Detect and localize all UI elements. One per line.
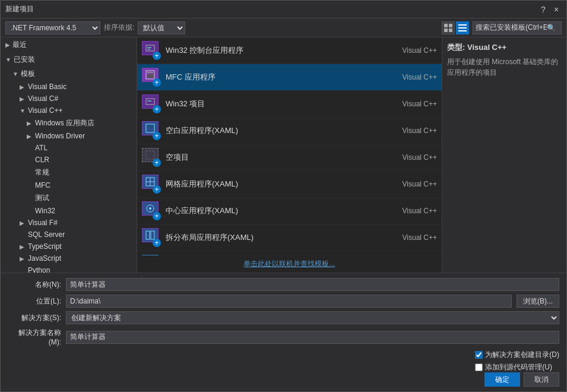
search-box: 🔍 [473,21,562,34]
close-button[interactable]: × [551,4,562,15]
tree-visual-fsharp[interactable]: ▶ Visual F# [1,217,137,229]
list-view-button[interactable] [456,21,469,34]
template-item[interactable]: + Win32 控制台应用程序 Visual C++ [137,37,442,64]
template-icon-win32console: + [142,41,161,60]
solution-row: 解决方案(S): 创建新解决方案 [8,311,559,324]
name-row: 名称(N): [8,278,559,291]
ok-button[interactable]: 确定 [484,372,520,387]
solution-name-row: 解决方案名称(M): [8,328,559,346]
template-name-hub-xaml: 中心应用程序(XAML) [166,206,385,216]
solution-name-input[interactable] [66,331,559,344]
visual-fsharp-label: Visual F# [28,219,58,227]
tree-templates[interactable]: ▼ 模板 [1,67,137,81]
visual-cpp-label: Visual C++ [28,106,62,115]
sql-server-label: SQL Server [28,230,65,239]
tree-typescript[interactable]: ▶ TypeScript [1,241,137,252]
tree-javascript[interactable]: ▶ JavaScript [1,252,137,264]
tree-normal[interactable]: 常规 [1,166,137,179]
tree-recent[interactable]: ▶ 最近 [1,37,137,52]
template-icon-grid-xaml: + [142,175,161,194]
solution-select[interactable]: 创建新解决方案 [66,311,559,324]
tree-installed[interactable]: ▼ 已安装 [1,52,137,67]
template-item-empty[interactable]: + 空项目 Visual C++ [137,144,442,171]
tree-visual-csharp[interactable]: ▶ Visual C# [1,93,137,105]
mfc-label: MFC [35,181,50,189]
checkbox-create-dir-input[interactable] [475,351,483,359]
icon-view-button[interactable] [442,21,455,34]
typescript-label: TypeScript [28,242,62,251]
javascript-label: JavaScript [28,254,61,263]
templates-arrow: ▼ [12,71,18,77]
dialog-title: 新建项目 [5,4,34,14]
tree-python[interactable]: Python [1,264,137,273]
svg-rect-5 [458,27,467,29]
template-icon-win32: + [142,94,161,113]
windows-driver-label: Windows Driver [35,132,85,140]
template-name-win32console: Win32 控制台应用程序 [166,45,385,56]
help-button[interactable]: ? [538,4,549,15]
vcpp-arrow: ▼ [20,108,26,114]
svg-rect-11 [147,72,153,73]
template-item-blank-xaml[interactable]: + 空白应用程序(XAML) Visual C++ [137,118,442,144]
template-item-mfc[interactable]: + MFC 应用程序 Visual C++ [137,64,442,91]
tree-windows-driver[interactable]: ▶ Windows Driver [1,130,137,142]
checkbox-create-dir[interactable]: 为解决方案创建目录(D) [475,350,559,360]
tree-sql-server[interactable]: SQL Server [1,229,137,241]
win32-label: Win32 [35,207,55,215]
template-lang-mfc: Visual C++ [389,73,437,81]
bottom-panel: 名称(N): 位置(L): 浏览(B)... 解决方案(S): 创建新解决方案 … [1,273,566,391]
template-item-split-xaml[interactable]: + 拆分布局应用程序(XAML) Visual C++ [137,225,442,251]
atl-label: ATL [35,144,47,152]
svg-rect-4 [458,24,467,26]
template-name-grid-xaml: 网格应用程序(XAML) [166,179,385,189]
svg-rect-18 [146,151,154,159]
vfsharp-arrow: ▶ [20,220,26,226]
checkbox-source-control[interactable]: 添加到源代码管理(U) [475,362,552,372]
template-item-hub-xaml[interactable]: + 中心应用程序(XAML) Visual C++ [137,198,442,225]
tree-atl[interactable]: ATL [1,142,137,154]
location-row: 位置(L): 浏览(B)... [8,295,559,308]
tree-win32[interactable]: Win32 [1,205,137,217]
vbasic-arrow: ▶ [20,84,26,90]
name-label: 名称(N): [8,280,61,290]
svg-rect-17 [151,125,153,128]
tree-windows-store[interactable]: ▶ Windows 应用商店 [1,116,137,130]
template-name-blank-xaml: 空白应用程序(XAML) [166,125,385,136]
middle-panel: + Win32 控制台应用程序 Visual C++ + MFC 应用程序 Vi… [137,37,442,273]
online-template-link[interactable]: 单击此处以联机并查找模板... [137,255,442,273]
search-input[interactable] [476,24,547,32]
template-item-directx[interactable]: + DirectX 应用程序 Visual C++ [137,251,442,255]
sort-label: 排序依据: [104,23,134,33]
svg-rect-13 [146,99,154,105]
template-item-win32[interactable]: + Win32 项目 Visual C++ [137,91,442,118]
templates-label: 模板 [21,69,35,79]
tree-visual-cpp[interactable]: ▼ Visual C++ [1,105,137,116]
template-icon-split-xaml: + [142,228,161,247]
left-scroll: ▶ 最近 ▼ 已安装 ▼ 模板 ▶ Visual Basic [1,37,137,273]
recent-arrow: ▶ [5,42,10,48]
tree-mfc[interactable]: MFC [1,179,137,191]
sort-select[interactable]: 默认值 [138,21,185,34]
title-bar-buttons: ? × [538,4,562,15]
framework-select[interactable]: .NET Framework 4.5 [5,21,100,34]
location-label: 位置(L): [8,296,61,306]
browse-button[interactable]: 浏览(B)... [517,295,559,308]
clr-label: CLR [35,156,49,164]
tree-visual-basic[interactable]: ▶ Visual Basic [1,81,137,93]
right-panel-type: 类型: Visual C++ [447,42,562,53]
template-icon-mfc: + [142,68,161,87]
tree-clr[interactable]: CLR [1,154,137,166]
name-input[interactable] [66,278,559,291]
template-icon-directx: + [142,255,161,255]
test-label: 测试 [35,193,49,203]
location-input[interactable] [66,295,512,308]
visual-basic-label: Visual Basic [28,83,66,91]
js-arrow: ▶ [20,255,26,262]
windows-store-label: Windows 应用商店 [35,118,94,128]
template-item-grid-xaml[interactable]: + 网格应用程序(XAML) Visual C++ [137,171,442,198]
cancel-button[interactable]: 取消 [524,372,559,387]
tree-test[interactable]: 测试 [1,191,137,205]
svg-rect-3 [449,29,452,32]
template-name-empty: 空项目 [166,152,385,163]
checkbox-source-control-input[interactable] [475,363,483,371]
